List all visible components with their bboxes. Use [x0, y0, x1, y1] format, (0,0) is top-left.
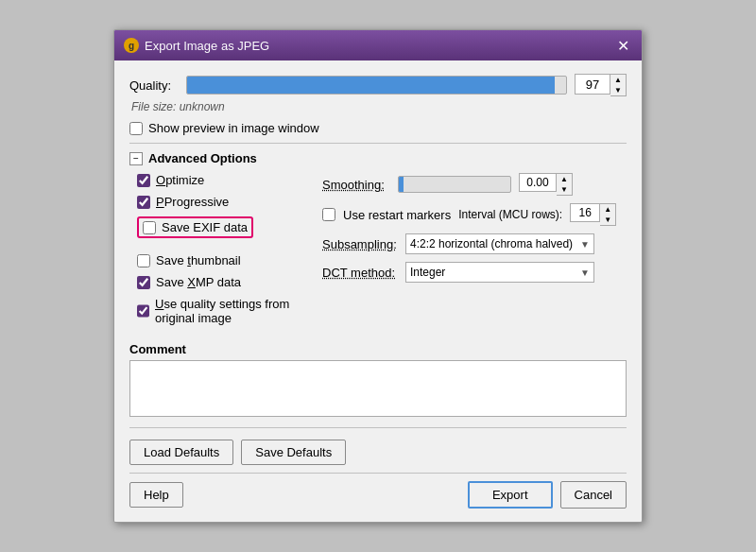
comment-textarea[interactable]	[129, 360, 627, 417]
quality-label: Quality:	[129, 78, 179, 93]
smoothing-spin-down[interactable]: ▼	[557, 184, 572, 195]
dct-dropdown[interactable]: Integer ▼	[405, 262, 594, 283]
dct-value: Integer	[410, 266, 445, 279]
optimize-row: Optimize	[137, 173, 307, 187]
optimize-label: Optimize	[156, 173, 204, 187]
interval-value[interactable]: 16	[570, 203, 600, 222]
quality-row: Quality: 97 ▲ ▼	[129, 74, 627, 96]
advanced-section-title: Advanced Options	[148, 151, 257, 165]
dct-row: DCT method: Integer ▼	[322, 262, 627, 283]
dialog-body: Quality: 97 ▲ ▼ File size: unknown Show …	[114, 60, 642, 522]
progressive-label: PProgressive	[156, 195, 229, 209]
save-thumbnail-label: Save thumbnail	[156, 253, 241, 267]
advanced-two-col: Optimize PProgressive Save EXIF data	[137, 173, 627, 333]
quality-value[interactable]: 97	[575, 74, 610, 95]
smoothing-row: Smoothing: 0.00 ▲ ▼	[322, 173, 627, 196]
interval-label: Interval (MCU rows):	[458, 208, 562, 221]
smoothing-slider[interactable]	[398, 176, 511, 193]
subsampling-value: 4:2:2 horizontal (chroma halved)	[410, 237, 573, 250]
dct-label: DCT method:	[322, 266, 398, 280]
preview-checkbox[interactable]	[129, 122, 143, 135]
smoothing-spin-up[interactable]: ▲	[557, 174, 572, 184]
advanced-section-header: − Advanced Options	[129, 151, 627, 165]
help-button[interactable]: Help	[129, 482, 183, 508]
restart-markers-row: Use restart markers Interval (MCU rows):…	[322, 203, 627, 226]
restart-markers-checkbox[interactable]	[322, 208, 335, 221]
comment-section: Comment	[129, 342, 627, 420]
action-right-buttons: Export Cancel	[468, 481, 627, 509]
separator	[129, 143, 627, 144]
title-bar-left: g Export Image as JPEG	[124, 38, 269, 53]
optimize-checkbox[interactable]	[137, 174, 150, 187]
save-xmp-label: Save XMP data	[156, 275, 241, 289]
smoothing-value[interactable]: 0.00	[519, 173, 557, 192]
subsampling-dropdown-arrow: ▼	[580, 239, 590, 250]
interval-spin-up[interactable]: ▲	[600, 204, 615, 215]
advanced-content: Optimize PProgressive Save EXIF data	[137, 173, 627, 333]
smoothing-label: Smoothing:	[322, 178, 390, 192]
preview-label: Show preview in image window	[148, 121, 319, 135]
quality-slider[interactable]	[186, 76, 567, 95]
export-button[interactable]: Export	[468, 481, 553, 509]
save-exif-label: Save EXIF data	[162, 220, 248, 234]
subsampling-row: Subsampling: 4:2:2 horizontal (chroma ha…	[322, 233, 627, 254]
file-size-text: File size: unknown	[131, 100, 627, 113]
quality-spin-up[interactable]: ▲	[610, 75, 626, 85]
save-xmp-checkbox[interactable]	[137, 276, 150, 289]
quality-slider-fill	[187, 77, 555, 94]
title-bar: g Export Image as JPEG ✕	[114, 30, 642, 60]
dct-dropdown-arrow: ▼	[580, 267, 590, 278]
subsampling-dropdown[interactable]: 4:2:2 horizontal (chroma halved) ▼	[405, 233, 594, 254]
save-thumbnail-checkbox[interactable]	[137, 254, 150, 267]
section-toggle-button[interactable]: −	[129, 152, 143, 165]
close-button[interactable]: ✕	[613, 36, 632, 55]
load-defaults-button[interactable]: Load Defaults	[129, 440, 233, 465]
progressive-checkbox[interactable]	[137, 196, 150, 209]
action-row: Help Export Cancel	[129, 481, 627, 509]
quality-spinner: ▲ ▼	[610, 74, 627, 96]
save-exif-checkbox[interactable]	[143, 221, 156, 234]
interval-spinner: ▲ ▼	[600, 203, 616, 226]
preview-checkbox-row: Show preview in image window	[129, 121, 627, 135]
quality-settings-row: Use quality settings from original image	[137, 297, 307, 325]
separator2	[129, 427, 627, 428]
defaults-buttons-row: Load Defaults Save Defaults	[129, 440, 627, 465]
left-column: Optimize PProgressive Save EXIF data	[137, 173, 307, 333]
save-xmp-row: Save XMP data	[137, 275, 307, 289]
progressive-row: PProgressive	[137, 195, 307, 209]
right-column: Smoothing: 0.00 ▲ ▼	[322, 173, 627, 333]
subsampling-label: Subsampling:	[322, 237, 398, 251]
app-icon: g	[124, 38, 139, 53]
quality-spin-down[interactable]: ▼	[610, 85, 626, 95]
smoothing-spinner: ▲ ▼	[557, 173, 573, 196]
save-thumbnail-row: Save thumbnail	[137, 253, 307, 267]
interval-spin-down[interactable]: ▼	[600, 215, 615, 225]
save-exif-row: Save EXIF data	[137, 216, 253, 238]
quality-settings-label: Use quality settings from original image	[155, 297, 307, 325]
restart-markers-label: Use restart markers	[343, 208, 451, 222]
comment-label: Comment	[129, 342, 627, 356]
save-defaults-button[interactable]: Save Defaults	[241, 440, 346, 465]
dialog-title: Export Image as JPEG	[145, 39, 269, 53]
separator3	[129, 473, 627, 474]
smoothing-slider-fill	[399, 177, 404, 192]
cancel-button[interactable]: Cancel	[560, 481, 627, 509]
export-jpeg-dialog: g Export Image as JPEG ✕ Quality: 97 ▲ ▼…	[113, 29, 643, 523]
quality-settings-checkbox[interactable]	[137, 304, 149, 318]
